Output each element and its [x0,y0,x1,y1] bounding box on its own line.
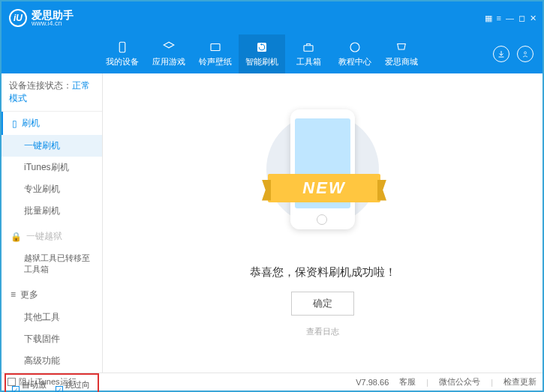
titlebar: iU 爱思助手 www.i4.cn ▦ ≡ — ◻ ✕ [2,1,542,34]
cart-icon [395,40,408,54]
ok-button[interactable]: 确定 [291,292,354,316]
update-link[interactable]: 检查更新 [503,376,536,388]
apps-icon [162,40,176,54]
sidebar-item-download[interactable]: 下载固件 [2,328,102,350]
section-jailbreak: 🔒 一键越狱 [2,225,102,248]
checkbox-stop-itunes[interactable]: 阻止iTunes运行 [8,376,77,388]
connection-status: 设备连接状态：正常模式 [2,73,102,112]
download-button[interactable] [493,46,509,62]
sidebar-item-itunes[interactable]: iTunes刷机 [2,157,102,178]
nav-ringtones[interactable]: 铃声壁纸 [192,34,239,73]
folder-icon [209,40,222,54]
phone-illustration: NEW [274,109,371,252]
toolbox-icon [302,40,315,54]
version-text: V7.98.66 [356,378,389,387]
close-icon[interactable]: ✕ [530,13,536,23]
svg-rect-1 [211,44,220,51]
new-ribbon: NEW [268,174,380,202]
jailbreak-note: 越狱工具已转移至工具箱 [2,248,102,280]
nav-label: 我的设备 [106,56,139,67]
logo-icon: iU [9,9,27,27]
lock-icon: 🔒 [11,232,22,242]
main-content: NEW 恭喜您，保资料刷机成功啦！ 确定 查看日志 [103,73,542,373]
sidebar-item-pro[interactable]: 专业刷机 [2,178,102,200]
nav-label: 铃声壁纸 [199,56,232,67]
grid-icon[interactable]: ▦ [485,13,492,23]
wechat-link[interactable]: 微信公众号 [439,376,480,388]
svg-point-5 [524,52,527,54]
navbar: 我的设备 应用游戏 铃声壁纸 智能刷机 工具箱 教程中心 爱思商城 [2,34,542,73]
list-icon[interactable]: ≡ [497,13,501,22]
svg-point-4 [350,43,359,52]
nav-toolbox[interactable]: 工具箱 [285,34,332,73]
nav-label: 智能刷机 [245,56,278,67]
nav-label: 爱思商城 [385,56,418,67]
svg-rect-3 [304,46,313,52]
nav-flash[interactable]: 智能刷机 [239,34,285,73]
nav-store[interactable]: 爱思商城 [378,34,425,73]
sidebar-item-oneclick[interactable]: 一键刷机 [2,135,102,157]
sidebar-item-batch[interactable]: 批量刷机 [2,200,102,222]
svg-rect-0 [119,42,125,52]
nav-label: 工具箱 [296,56,321,67]
nav-my-device[interactable]: 我的设备 [99,34,146,73]
sidebar-item-advanced[interactable]: 高级功能 [2,350,102,372]
maximize-icon[interactable]: ◻ [518,13,525,23]
brand-url: www.i4.cn [32,20,74,27]
minimize-icon[interactable]: — [506,13,514,22]
logo-area: iU 爱思助手 www.i4.cn [2,9,81,27]
user-button[interactable] [517,46,533,62]
nav-label: 应用游戏 [152,56,185,67]
support-link[interactable]: 客服 [399,376,416,388]
phone-icon: ▯ [12,118,17,129]
section-more[interactable]: ≡ 更多 [2,283,102,307]
footer: 阻止iTunes运行 V7.98.66 客服 | 微信公众号 | 检查更新 [2,373,542,391]
menu-icon: ≡ [11,289,16,300]
nav-tutorials[interactable]: 教程中心 [332,34,378,73]
view-log-link[interactable]: 查看日志 [306,326,339,337]
success-message: 恭喜您，保资料刷机成功啦！ [250,265,396,280]
nav-apps[interactable]: 应用游戏 [146,34,192,73]
sidebar: 设备连接状态：正常模式 ▯ 刷机 一键刷机 iTunes刷机 专业刷机 批量刷机… [2,73,103,373]
brand-name: 爱思助手 [32,10,74,20]
refresh-icon [255,40,269,54]
sidebar-item-other[interactable]: 其他工具 [2,307,102,328]
book-icon [348,40,362,54]
phone-icon [116,40,129,54]
nav-label: 教程中心 [338,56,371,67]
section-flash[interactable]: ▯ 刷机 [2,112,102,135]
